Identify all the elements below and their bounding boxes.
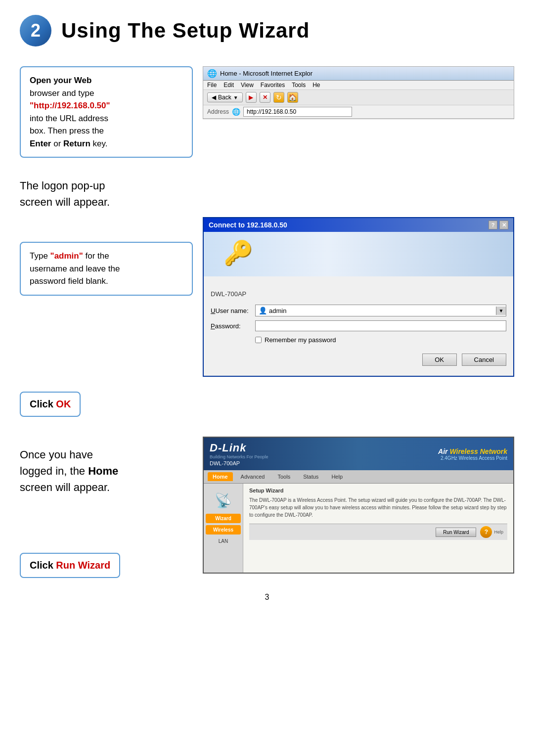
dialog-title-buttons: ? ✕	[489, 221, 508, 229]
page-title: Using The Setup Wizard	[61, 19, 310, 43]
dropdown-arrow-icon: ▼	[233, 95, 238, 100]
dlink-nav: Home Advanced Tools Status Help	[204, 470, 513, 484]
type-admin-text4: password field blank.	[30, 276, 108, 286]
address-label: Address	[207, 108, 229, 115]
browser-toolbar: ◀ Back ▼ ▶ ✕ ↻ 🏠	[203, 90, 514, 105]
username-value: 👤 admin	[256, 305, 496, 316]
dlink-help-icon[interactable]: ?	[480, 526, 492, 538]
dialog-content: DWL-700AP UUser name: 👤 admin ▼ Password…	[204, 281, 513, 376]
dlink-tab-advanced[interactable]: Advanced	[236, 472, 270, 481]
dlink-sidebar-lan[interactable]: LAN	[206, 536, 241, 546]
dlink-sidebar-wizard[interactable]: Wizard	[206, 514, 241, 523]
dialog-buttons: OK Cancel	[211, 351, 506, 369]
username-dropdown-arrow[interactable]: ▼	[496, 307, 506, 315]
dlink-help-label: Help	[494, 530, 503, 534]
section-type-admin: Type "admin" for the username and leave …	[20, 212, 514, 377]
left-home-text: Once you have logged in, the Home screen…	[20, 437, 203, 578]
dlink-product-title: Air Wireless Network 2.4GHz Wireless Acc…	[438, 447, 507, 461]
stop-button[interactable]: ✕	[260, 92, 270, 103]
ok-button[interactable]: OK	[422, 354, 457, 366]
instruction-text-1a: Open your Web	[30, 76, 91, 85]
instruction-text-1b: browser and type	[30, 89, 94, 98]
dlink-run-wizard-button[interactable]: Run Wizard	[436, 528, 476, 537]
browser-titlebar: 🌐 Home - Microsoft Internet Explor	[203, 67, 514, 81]
home-screen-text: Once you have logged in, the Home screen…	[20, 442, 193, 495]
instruction-url: "http://192.168.0.50"	[30, 101, 110, 110]
run-highlight: Run Wizard	[56, 560, 110, 571]
click-ok-text: Click	[30, 399, 56, 409]
dlink-tab-tools[interactable]: Tools	[273, 472, 296, 481]
dlink-logo-area: D-Link Building Networks For People DWL-…	[210, 442, 268, 466]
dlink-device-icon: 📡	[206, 488, 241, 514]
home-text-2: logged in, the	[20, 465, 88, 477]
menu-file[interactable]: File	[207, 82, 217, 89]
back-label: Back	[218, 94, 231, 101]
login-dialog: Connect to 192.168.0.50 ? ✕ 🔑 DWL-700AP …	[203, 217, 514, 377]
remember-password-row: Remember my password	[255, 336, 506, 344]
instruction-box-2: Type "admin" for the username and leave …	[20, 242, 193, 296]
home-text-1: Once you have	[20, 448, 93, 461]
instruction-return: Return	[63, 139, 90, 148]
menu-edit[interactable]: Edit	[223, 82, 234, 89]
address-input[interactable]: http://192.168.0.50	[243, 107, 352, 117]
section-home-screen: Once you have logged in, the Home screen…	[20, 437, 514, 578]
login-dialog-container: Connect to 192.168.0.50 ? ✕ 🔑 DWL-700AP …	[203, 212, 514, 377]
home-button[interactable]: 🏠	[287, 92, 298, 103]
dlink-footer: Run Wizard ? Help	[249, 524, 507, 540]
browser-mockup: 🌐 Home - Microsoft Internet Explor File …	[203, 66, 514, 119]
dlink-panel-container: D-Link Building Networks For People DWL-…	[203, 437, 514, 574]
dlink-air-brand: Air Wireless Network	[438, 447, 507, 455]
click-ok-box: Click OK	[20, 392, 81, 417]
page-header: 2 Using The Setup Wizard	[20, 15, 514, 46]
browser-globe-icon: 🌐	[232, 108, 240, 116]
type-admin-text1: Type	[30, 251, 50, 261]
instruction-or: or	[51, 139, 63, 148]
refresh-button[interactable]: ↻	[273, 92, 284, 103]
left-admin-instruction: Type "admin" for the username and leave …	[20, 212, 203, 296]
dialog-close-button[interactable]: ✕	[499, 221, 508, 229]
username-text: admin	[269, 307, 286, 314]
menu-help[interactable]: He	[312, 82, 320, 89]
back-arrow-icon: ◀	[212, 94, 216, 101]
dlink-section-title: Setup Wizard	[249, 488, 507, 493]
back-button[interactable]: ◀ Back ▼	[207, 92, 243, 102]
menu-tools[interactable]: Tools	[292, 82, 306, 89]
browser-title: Home - Microsoft Internet Explor	[220, 70, 312, 77]
click-ok-col: Click OK	[20, 392, 203, 417]
instruction-text-1c: into the URL address	[30, 114, 108, 123]
dialog-title-text: Connect to 192.168.0.50	[209, 221, 287, 229]
cancel-button[interactable]: Cancel	[462, 354, 506, 366]
dlink-body: 📡 Wizard Wireless LAN Setup Wizard The D…	[204, 484, 513, 573]
left-logon-text: The logon pop-upscreen will appear.	[20, 173, 203, 210]
dlink-header: D-Link Building Networks For People DWL-…	[204, 438, 513, 470]
password-input[interactable]	[255, 320, 506, 331]
dlink-tab-status[interactable]: Status	[298, 472, 323, 481]
dlink-sidebar-wireless[interactable]: Wireless	[206, 525, 241, 534]
username-row: UUser name: 👤 admin ▼	[211, 305, 506, 316]
instruction-enter: Enter	[30, 139, 51, 148]
menu-view[interactable]: View	[241, 82, 254, 89]
dlink-logo: D-Link	[210, 442, 268, 454]
dlink-model: DWL-700AP	[210, 460, 268, 466]
dlink-tab-home[interactable]: Home	[208, 472, 233, 481]
dialog-titlebar: Connect to 192.168.0.50 ? ✕	[204, 218, 513, 232]
menu-favorites[interactable]: Favorites	[261, 82, 285, 89]
dlink-main-content: Setup Wizard The DWL-700AP is a Wireless…	[243, 484, 513, 573]
keys-icon: 🔑	[223, 239, 253, 267]
section-logon-popup: The logon pop-upscreen will appear.	[20, 173, 514, 210]
username-label: UUser name:	[211, 307, 255, 314]
dlink-tagline: Building Networks For People	[210, 454, 268, 459]
remember-checkbox[interactable]	[255, 337, 262, 343]
dlink-tab-help[interactable]: Help	[326, 472, 348, 481]
ok-highlight: OK	[56, 399, 71, 409]
step-circle: 2	[20, 15, 51, 46]
remember-label: Remember my password	[265, 336, 336, 344]
dlink-subtitle: 2.4GHz Wireless Access Point	[438, 455, 507, 461]
user-icon: 👤	[259, 307, 267, 314]
section-click-ok: Click OK	[20, 392, 514, 417]
username-input[interactable]: 👤 admin ▼	[255, 305, 506, 316]
dialog-help-button[interactable]: ?	[489, 221, 497, 229]
section-open-browser: Open your Web browser and type "http://1…	[20, 66, 514, 158]
forward-button[interactable]: ▶	[246, 92, 257, 103]
click-run-box: Click Run Wizard	[20, 553, 120, 578]
